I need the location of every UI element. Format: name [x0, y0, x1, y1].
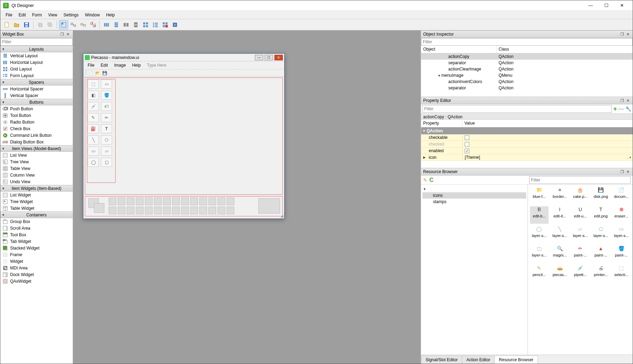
- design-menu-file[interactable]: File: [85, 62, 97, 68]
- wb-item[interactable]: Undo View: [0, 178, 73, 185]
- tool-roundrect[interactable]: ▢: [101, 158, 112, 167]
- palette-cell[interactable]: [109, 207, 116, 214]
- wb-item[interactable]: Horizontal Layout: [0, 59, 73, 66]
- resource-tree[interactable]: ▼iconsstamps: [421, 185, 528, 355]
- tool-select-rect[interactable]: ▭: [101, 80, 112, 89]
- palette-cell[interactable]: [118, 198, 125, 205]
- break-layout-button[interactable]: [161, 20, 170, 29]
- resource-item[interactable]: ✎pencil...: [530, 265, 549, 282]
- dock-restore-icon[interactable]: ❐: [59, 31, 65, 37]
- tool-polygon[interactable]: ▱: [101, 147, 112, 156]
- design-window-titlebar[interactable]: Piecasso - mainwindow.ui — ☐ ✕: [83, 54, 284, 61]
- wb-category[interactable]: ▼Spacers: [0, 79, 73, 86]
- wb-category[interactable]: ▼Item Widgets (Item-Based): [0, 185, 73, 192]
- bottom-tab[interactable]: Signal/Slot Editor: [421, 356, 462, 364]
- wb-category[interactable]: ▼Layouts: [0, 46, 73, 52]
- property-row[interactable]: checkable: [421, 134, 633, 141]
- resource-item[interactable]: 💾disk.png: [591, 187, 610, 204]
- resource-item[interactable]: 💉pipett...: [571, 265, 590, 282]
- wb-item[interactable]: OKPush Button: [0, 105, 73, 112]
- palette-cell[interactable]: [163, 198, 171, 205]
- design-minimize-button[interactable]: —: [255, 55, 263, 60]
- mdi-area[interactable]: Piecasso - mainwindow.ui — ☐ ✕ FileEditI…: [73, 30, 421, 364]
- edit-tab-order-button[interactable]: 12: [88, 20, 97, 29]
- palette-cell[interactable]: [163, 207, 171, 214]
- palette-cell[interactable]: [181, 207, 189, 214]
- wb-item[interactable]: Vertical Spacer: [0, 92, 73, 99]
- resource-item[interactable]: ⬢eraser...: [612, 206, 631, 224]
- design-toolbar[interactable]: 📄 📂 💾: [83, 69, 284, 77]
- resource-item[interactable]: 📁blue-f...: [530, 187, 549, 204]
- save-file-button[interactable]: [22, 20, 31, 29]
- wb-category[interactable]: ▼Item Views (Model-Based): [0, 145, 73, 152]
- wb-item[interactable]: Group Box: [0, 218, 73, 225]
- add-property-button[interactable]: +: [613, 105, 617, 113]
- resource-item[interactable]: 🪣paint-...: [612, 245, 631, 263]
- resource-item[interactable]: ⬚selecti...: [612, 265, 631, 282]
- palette-cell[interactable]: [154, 207, 162, 214]
- tool-picker[interactable]: 💉: [88, 102, 99, 111]
- tool-spray[interactable]: ⛽: [88, 124, 99, 133]
- widget-box-list[interactable]: ▲ ▼LayoutsVertical LayoutHorizontal Layo…: [0, 46, 73, 364]
- tool-rect[interactable]: ▭: [88, 147, 99, 156]
- design-menu-edit[interactable]: Edit: [98, 62, 111, 68]
- resize-grip-icon[interactable]: ◢: [281, 214, 284, 218]
- adjust-size-button[interactable]: [170, 20, 179, 29]
- property-columns[interactable]: Property Value: [421, 120, 633, 127]
- resource-item[interactable]: 🥧piecas...: [551, 265, 569, 282]
- dock-close-icon[interactable]: ✕: [625, 169, 631, 174]
- reload-resources-button[interactable]: C: [429, 177, 434, 183]
- palette-cell[interactable]: [218, 198, 225, 205]
- resource-grid[interactable]: 📁blue-f...≡border...🎂cake.p...💾disk.png📄…: [528, 185, 633, 355]
- resource-item[interactable]: Tedit.png: [591, 206, 610, 224]
- property-list[interactable]: ▼QAction checkablecheckedenabled✓▶icon[T…: [421, 127, 633, 168]
- edit-widgets-button[interactable]: [59, 20, 68, 29]
- property-filter[interactable]: [422, 105, 612, 113]
- wb-item[interactable]: Scroll Area: [0, 225, 73, 231]
- resource-item[interactable]: Bedit-b...: [530, 206, 549, 224]
- tool-ellipse[interactable]: ◯: [88, 158, 99, 167]
- resource-item[interactable]: Uedit-u...: [571, 206, 590, 224]
- edit-signals-button[interactable]: [69, 20, 78, 29]
- new-file-button[interactable]: [2, 20, 12, 29]
- wb-item[interactable]: Command Link Button: [0, 132, 73, 139]
- design-tb-open[interactable]: 📂: [95, 70, 101, 76]
- design-tb-new[interactable]: 📄: [88, 70, 94, 76]
- resource-tree-item[interactable]: stamps: [422, 199, 526, 205]
- menu-help[interactable]: Help: [103, 12, 118, 18]
- wb-item[interactable]: Tool Box: [0, 231, 73, 238]
- send-back-button[interactable]: [36, 20, 45, 29]
- object-inspector-tree[interactable]: actionCopyQActionseparatorQActionactionC…: [421, 53, 633, 97]
- wb-item[interactable]: Tree Widget: [0, 198, 73, 205]
- wb-item[interactable]: Tree View: [0, 158, 73, 165]
- resource-item[interactable]: 🔍magni...: [551, 245, 569, 263]
- col-class[interactable]: Class: [496, 46, 633, 53]
- design-menu-image[interactable]: Image: [111, 62, 128, 68]
- tool-stamp[interactable]: 🏷: [101, 102, 112, 111]
- menu-settings[interactable]: Settings: [60, 12, 82, 18]
- oi-row[interactable]: actionInvertColorsQAction: [421, 79, 633, 85]
- object-inspector-columns[interactable]: Object Class: [421, 46, 633, 53]
- wb-item[interactable]: List Widget: [0, 192, 73, 198]
- wb-item[interactable]: Check Box: [0, 125, 73, 132]
- wb-item[interactable]: Form Layout: [0, 72, 73, 79]
- open-file-button[interactable]: [12, 20, 21, 29]
- resource-tree-item[interactable]: ▼: [422, 186, 526, 192]
- oi-row[interactable]: actionCopyQAction: [421, 53, 633, 60]
- layout-vertical-button[interactable]: [112, 20, 121, 29]
- palette-cell[interactable]: [181, 198, 189, 205]
- palette-cell[interactable]: [218, 207, 225, 214]
- palette-cell[interactable]: [127, 198, 134, 205]
- property-row[interactable]: ▶icon[Theme]...▾: [421, 154, 633, 161]
- bottom-tab[interactable]: Action Editor: [462, 356, 495, 364]
- close-button[interactable]: ✕: [614, 1, 630, 10]
- palette-cell[interactable]: [208, 207, 216, 214]
- resource-item[interactable]: ≡border...: [551, 187, 569, 204]
- dock-close-icon[interactable]: ✕: [625, 31, 631, 37]
- wb-item[interactable]: Tab Widget: [0, 238, 73, 245]
- bring-front-button[interactable]: [45, 20, 54, 29]
- design-menu-type-here[interactable]: Type Here: [144, 62, 169, 68]
- resource-item[interactable]: ╲layer-s...: [551, 226, 569, 243]
- palette-cell[interactable]: [118, 207, 125, 214]
- tool-brush[interactable]: ✏: [101, 113, 112, 122]
